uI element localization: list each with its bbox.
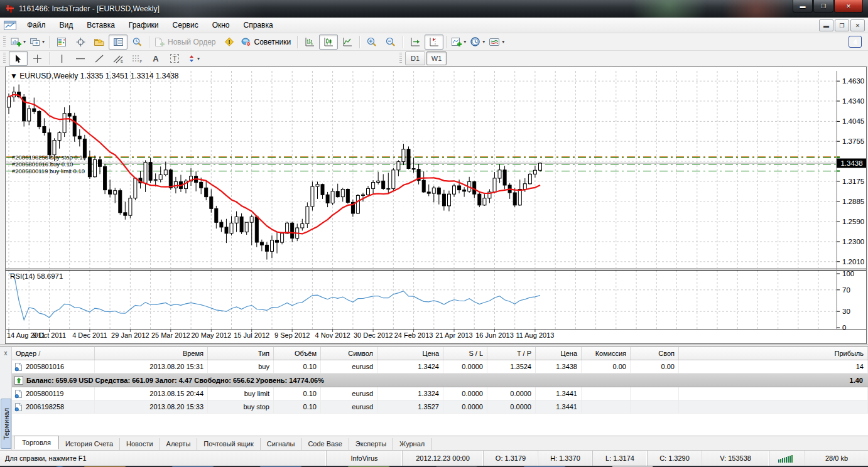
menu-insert[interactable]: Вставка <box>80 18 122 32</box>
col-price[interactable]: Цена <box>377 347 443 360</box>
mdi-minimize-button[interactable]: ▬ <box>819 19 833 31</box>
col-profit[interactable]: Прибыль <box>679 347 868 360</box>
svg-text:F: F <box>140 60 143 63</box>
chart-window[interactable]: 1.46301.43401.40451.37551.31751.28851.25… <box>5 67 867 344</box>
arrows-tool[interactable]: ▾ <box>184 51 203 66</box>
data-window-button[interactable] <box>71 35 90 50</box>
auto-scroll-button[interactable] <box>406 35 425 50</box>
svg-text:16 Jun 2013: 16 Jun 2013 <box>475 331 514 339</box>
toolbar-grip[interactable] <box>3 36 6 48</box>
menu-charts[interactable]: Графики <box>122 18 166 32</box>
periods-button[interactable]: ▾ <box>468 35 487 50</box>
fibonacci-tool[interactable]: F <box>127 51 146 66</box>
strategy-tester-button[interactable] <box>127 35 146 50</box>
title-bar[interactable]: 1161466: InstaTrader - [EURUSD,Weekly] ▬… <box>0 0 868 18</box>
chart-shift-button[interactable] <box>425 35 443 50</box>
tab-journal[interactable]: Журнал <box>393 438 431 450</box>
col-tp[interactable]: T / P <box>487 347 536 360</box>
menu-view[interactable]: Вид <box>53 18 80 32</box>
timeframe-d1-button[interactable]: D1 <box>405 51 425 65</box>
bar-chart-button[interactable] <box>300 35 319 50</box>
terminal-side-tab[interactable]: Терминал <box>1 399 11 449</box>
col-time[interactable]: Время <box>95 347 208 360</box>
rsi-label: RSI(14) 58.6971 <box>10 272 63 280</box>
col-symbol[interactable]: Символ <box>321 347 377 360</box>
close-button[interactable]: ✕ <box>834 0 863 13</box>
svg-text:24 Feb 2013: 24 Feb 2013 <box>394 331 433 339</box>
svg-text:1.2300: 1.2300 <box>842 238 864 245</box>
col-swap[interactable]: Своп <box>631 347 679 360</box>
tab-mailbox[interactable]: Почтовый ящик <box>197 438 260 450</box>
chart-canvas[interactable]: 1.46301.43401.40451.37551.31751.28851.25… <box>6 67 866 343</box>
status-volume: V: 153538 <box>702 451 769 466</box>
tab-trade[interactable]: Торговля <box>14 436 59 449</box>
chevron-down-icon: ▾ <box>482 39 485 45</box>
col-sl[interactable]: S / L <box>443 347 487 360</box>
col-volume[interactable]: Объём <box>274 347 321 360</box>
order-row[interactable]: 2005801016 2013.08.20 15:31 buy 0.10 eur… <box>12 360 868 373</box>
maximize-button[interactable]: ❐ <box>813 0 833 13</box>
templates-icon <box>489 37 501 47</box>
tab-signals[interactable]: Сигналы <box>261 438 302 450</box>
label-tool[interactable]: T <box>165 51 184 66</box>
line-chart-icon <box>342 37 353 47</box>
timeframe-w1-button[interactable]: W1 <box>426 51 447 65</box>
status-high: H: 1.3370 <box>538 451 592 466</box>
trendline-tool[interactable] <box>90 51 109 66</box>
svg-text:1.3438: 1.3438 <box>840 159 862 167</box>
menu-window[interactable]: Окно <box>205 18 237 32</box>
status-close: C: 1.3290 <box>647 451 702 466</box>
tab-codebase[interactable]: Code Base <box>301 438 349 450</box>
menu-file[interactable]: Файл <box>20 18 53 32</box>
market-watch-button[interactable] <box>52 35 71 50</box>
minimize-button[interactable]: ▬ <box>793 0 813 13</box>
terminal-close-button[interactable]: x <box>1 348 11 358</box>
tab-news[interactable]: Новости <box>120 438 160 450</box>
new-order-button[interactable]: Новый Ордер <box>152 35 219 50</box>
col-price2[interactable]: Цена <box>536 347 582 360</box>
tab-alerts[interactable]: Алерты <box>160 438 198 450</box>
horizontal-line-tool[interactable] <box>71 51 90 66</box>
zoom-in-button[interactable] <box>362 35 381 50</box>
order-row[interactable]: 2006198258 2013.08.20 15:33 buy stop 0.1… <box>12 400 868 414</box>
col-commission[interactable]: Комиссия <box>582 347 631 360</box>
balance-profit: 1.40 <box>850 377 868 384</box>
crosshair-tool-button[interactable] <box>28 51 46 66</box>
menu-bar: Файл Вид Вставка Графики Сервис Окно Спр… <box>0 18 868 33</box>
advisors-button[interactable]: Советники <box>239 35 295 50</box>
cursor-tool-button[interactable] <box>9 51 28 66</box>
balance-row[interactable]: Баланс: 659.69 USD Средства: 661.09 Зало… <box>12 373 868 387</box>
terminal-toggle-button[interactable] <box>109 35 127 50</box>
notification-badge[interactable]: 4 <box>849 36 862 48</box>
channel-tool[interactable]: E <box>109 51 127 66</box>
svg-text:4 Nov 2012: 4 Nov 2012 <box>315 331 350 339</box>
mdi-close-button[interactable]: ✕ <box>850 19 865 31</box>
order-line-label: #2006198258 buy stop 0.10 <box>12 154 86 161</box>
vertical-line-tool[interactable] <box>52 51 71 66</box>
chevron-down-icon: ▾ <box>464 39 466 45</box>
tab-experts[interactable]: Эксперты <box>349 438 393 450</box>
toolbar-grip[interactable] <box>399 53 402 64</box>
chevron-down-icon: ▾ <box>23 39 26 45</box>
templates-button[interactable]: ▾ <box>487 35 506 50</box>
profiles-button[interactable]: ▾ <box>28 35 46 50</box>
col-order[interactable]: Ордер / <box>12 347 95 360</box>
col-type[interactable]: Тип <box>208 347 274 360</box>
toolbar-grip[interactable] <box>3 53 6 64</box>
menu-help[interactable]: Справка <box>237 18 280 32</box>
svg-text:0: 0 <box>842 324 846 331</box>
candlestick-chart-button[interactable] <box>319 35 338 50</box>
navigator-button[interactable] <box>90 35 109 50</box>
text-tool[interactable]: A <box>146 51 165 66</box>
line-chart-button[interactable] <box>338 35 357 50</box>
tab-account-history[interactable]: История Счета <box>59 438 120 450</box>
chart-shift-icon <box>429 37 440 47</box>
warning-button[interactable]: ! <box>220 35 239 50</box>
indicators-button[interactable]: ▾ <box>449 35 468 50</box>
order-row[interactable]: 2005800119 2013.08.15 20:44 buy limit 0.… <box>12 387 868 400</box>
mdi-restore-button[interactable]: ❐ <box>835 19 849 31</box>
zoom-out-button[interactable] <box>381 35 400 50</box>
menu-service[interactable]: Сервис <box>166 18 205 32</box>
new-chart-button[interactable]: ▾ <box>9 35 28 50</box>
svg-text:4 Dec 2011: 4 Dec 2011 <box>72 331 107 339</box>
